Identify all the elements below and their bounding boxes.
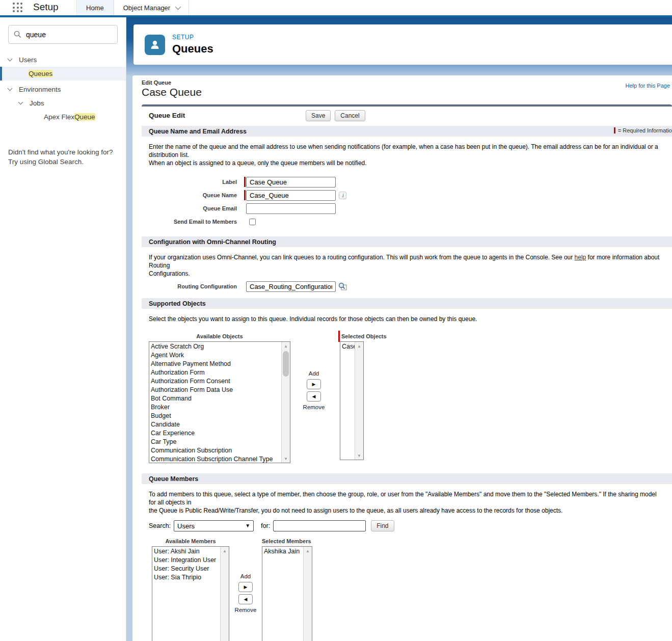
sidebar-item-users[interactable]: Users xyxy=(0,53,126,67)
list-item[interactable]: Communication Subscription xyxy=(151,446,281,455)
selected-objects-label: Selected Objects xyxy=(338,332,387,340)
available-members-listbox[interactable]: User: Akshi JainUser: Integration UserUs… xyxy=(152,546,229,641)
setup-tree: Users Queues Environments Jobs Apex Flex… xyxy=(0,53,126,124)
list-item[interactable]: Car Experience xyxy=(151,429,281,438)
lookup-icon[interactable] xyxy=(338,282,347,291)
available-members-column: Available Members User: Akshi JainUser: … xyxy=(152,537,229,641)
member-search-row: Search: Users ▼ for: Find xyxy=(149,520,665,532)
section-body-omni: If your organization uses Omni-Channel, … xyxy=(142,247,672,298)
sidebar-search-input[interactable] xyxy=(26,31,107,39)
list-item[interactable]: Authorization Form Consent xyxy=(151,377,281,386)
list-item[interactable]: User: Sia Thripio xyxy=(154,573,220,582)
remove-members-button[interactable]: ◀ xyxy=(238,594,253,604)
app-launcher-icon[interactable] xyxy=(13,3,23,13)
scroll-up-icon[interactable]: ▲ xyxy=(221,547,229,555)
member-type-select[interactable]: Users ▼ xyxy=(174,520,254,531)
queues-user-icon xyxy=(145,35,165,55)
queue-email-input[interactable] xyxy=(246,203,336,214)
search-match-highlight: Queues xyxy=(29,70,52,77)
scrollbar[interactable]: ▲ ▼ xyxy=(281,342,290,463)
selected-objects-column: Selected Objects Case ▲ ▼ xyxy=(338,332,387,460)
list-item[interactable]: Active Scratch Org xyxy=(151,342,281,351)
list-item[interactable]: Alternative Payment Method xyxy=(151,360,281,368)
list-item[interactable]: Bot Command xyxy=(151,394,281,403)
section-body-supported-objects: Select the objects you want to assign to… xyxy=(142,309,672,473)
sidebar-item-queues[interactable]: Queues xyxy=(0,67,126,81)
list-item[interactable]: User: Security User xyxy=(154,565,220,573)
scrollbar[interactable]: ▲ ▼ xyxy=(220,547,229,641)
list-item[interactable]: Budget xyxy=(151,412,281,420)
block-head: Queue Edit Save Cancel xyxy=(142,106,672,126)
save-button[interactable]: Save xyxy=(306,110,331,121)
list-item[interactable]: Candidate xyxy=(151,420,281,429)
list-item[interactable]: Broker xyxy=(151,403,281,412)
list-item[interactable]: User: Akshi Jain xyxy=(154,547,220,556)
available-objects-listbox[interactable]: Active Scratch OrgAgent WorkAlternative … xyxy=(149,341,290,463)
selected-objects-listbox[interactable]: Case ▲ ▼ xyxy=(340,341,364,460)
help-link[interactable]: Help for this Page xyxy=(626,83,670,89)
section-header-supported-objects: Supported Objects xyxy=(142,298,672,309)
list-item[interactable]: Authorization Form xyxy=(151,368,281,377)
member-search-input[interactable] xyxy=(273,520,366,531)
cancel-button[interactable]: Cancel xyxy=(335,110,365,121)
sidebar-search-box[interactable] xyxy=(8,25,118,44)
queue-name-input[interactable] xyxy=(246,190,336,201)
scroll-up-icon[interactable]: ▲ xyxy=(355,342,363,350)
breadcrumb: Edit Queue xyxy=(142,79,672,86)
setup-eyebrow: SETUP xyxy=(172,34,213,41)
queue-edit-block: Queue Edit Save Cancel Queue Name and Em… xyxy=(142,104,672,641)
send-email-checkbox[interactable] xyxy=(249,219,256,225)
chevron-down-icon xyxy=(8,57,13,62)
section-header-name-email: Queue Name and Email Address = Required … xyxy=(142,126,672,137)
add-label: Add xyxy=(309,370,319,377)
scrollbar[interactable]: ▲ ▼ xyxy=(355,342,363,460)
queue-email-field-label: Queue Email xyxy=(149,205,237,211)
setup-sidebar: Users Queues Environments Jobs Apex Flex… xyxy=(0,17,126,641)
find-button[interactable]: Find xyxy=(371,520,394,531)
tab-home[interactable]: Home xyxy=(76,0,114,15)
scroll-up-icon[interactable]: ▲ xyxy=(304,547,312,555)
sidebar-item-jobs[interactable]: Jobs xyxy=(0,96,126,110)
required-legend: = Required Information xyxy=(614,127,672,133)
list-item[interactable]: Car Type xyxy=(151,438,281,446)
help-inline-link[interactable]: help xyxy=(575,254,586,261)
sidebar-item-environments[interactable]: Environments xyxy=(0,83,126,96)
chevron-down-icon xyxy=(8,86,13,91)
selected-members-listbox[interactable]: Akshika Jain ▲ ▼ xyxy=(262,546,312,641)
section-desc: Enter the name of the queue and the emai… xyxy=(149,143,665,167)
scroll-down-icon[interactable]: ▼ xyxy=(355,451,363,460)
routing-config-input[interactable] xyxy=(246,281,336,292)
chevron-down-icon xyxy=(18,100,23,105)
sidebar-item-apex-flex-queue[interactable]: Apex Flex Queue xyxy=(0,110,126,124)
add-objects-button[interactable]: ▶ xyxy=(307,379,321,389)
list-item[interactable]: Communication Subscription Channel Type xyxy=(151,455,281,463)
tab-object-manager[interactable]: Object Manager xyxy=(114,0,190,15)
section-desc: To add members to this queue, select a t… xyxy=(149,490,665,515)
routing-config-field-label: Routing Configuration xyxy=(149,283,237,289)
selected-members-column: Selected Members Akshika Jain ▲ ▼ xyxy=(262,537,312,641)
for-label: for: xyxy=(261,522,270,529)
add-members-button[interactable]: ▶ xyxy=(238,582,253,592)
content-panel: Edit Queue Case Queue Help for this Page… xyxy=(132,75,672,641)
page-title: Queues xyxy=(172,42,213,56)
section-body-queue-members: To add members to this queue, select a t… xyxy=(142,484,672,641)
label-input[interactable] xyxy=(246,177,336,188)
list-item[interactable]: Case xyxy=(342,342,355,351)
remove-objects-button[interactable]: ◀ xyxy=(307,391,321,402)
scroll-up-icon[interactable]: ▲ xyxy=(282,342,290,350)
scrollbar[interactable]: ▲ ▼ xyxy=(303,547,312,641)
required-bar-icon xyxy=(614,127,615,133)
objects-mover: Add ▶ ◀ Remove xyxy=(299,332,329,412)
list-item[interactable]: User: Integration User xyxy=(154,556,220,565)
list-item[interactable]: Agent Work xyxy=(151,351,281,360)
required-bar-icon xyxy=(338,331,340,342)
scroll-down-icon[interactable]: ▼ xyxy=(282,455,290,463)
info-icon[interactable]: i xyxy=(339,192,346,199)
record-title: Case Queue xyxy=(142,86,672,98)
list-item[interactable]: Akshika Jain xyxy=(264,547,303,556)
list-item[interactable]: Authorization Form Data Use xyxy=(151,386,281,394)
tab-object-manager-label: Object Manager xyxy=(123,4,171,12)
remove-label: Remove xyxy=(303,404,325,410)
selected-members-label: Selected Members xyxy=(262,537,312,545)
scrollbar-thumb[interactable] xyxy=(283,351,289,377)
